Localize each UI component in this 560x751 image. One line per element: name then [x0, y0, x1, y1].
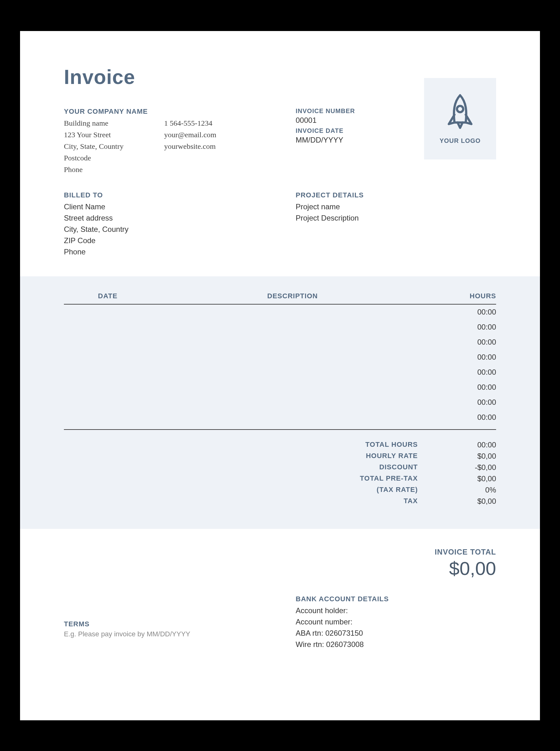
client-phone: Phone [64, 246, 264, 258]
project-name: Project name [296, 201, 496, 213]
bank-wire: Wire rtn: 026073008 [296, 639, 496, 650]
bank-number: Account number: [296, 616, 496, 628]
row-description [152, 308, 434, 316]
terms-text: E.g. Please pay invoice by MM/DD/YYYY [64, 630, 264, 638]
bank-details-block: BANK ACCOUNT DETAILS Account holder: Acc… [264, 595, 496, 650]
tax-label: TAX [64, 497, 434, 506]
row-description [152, 398, 434, 407]
table-row: 00:00 [64, 365, 496, 380]
client-city: City, State, Country [64, 224, 264, 235]
row-hours: 00:00 [434, 308, 496, 316]
row-description [152, 353, 434, 361]
company-contact-block: 1 564-555-1234 your@email.com yourwebsit… [164, 107, 264, 153]
bank-holder: Account holder: [296, 605, 496, 616]
company-phone: 1 564-555-1234 [164, 118, 264, 129]
client-street: Street address [64, 213, 264, 224]
table-row: 00:00 [64, 410, 496, 425]
company-email: your@email.com [164, 129, 264, 141]
table-row: 00:00 [64, 320, 496, 335]
hourly-rate-label: HOURLY RATE [64, 452, 434, 460]
col-date-header: DATE [64, 292, 152, 300]
table-row: 00:00 [64, 350, 496, 365]
table-row: 00:00 [64, 380, 496, 395]
tax-value: $0,00 [434, 497, 496, 506]
row-description [152, 383, 434, 392]
row-date [64, 383, 152, 392]
rocket-icon [444, 93, 476, 132]
row-date [64, 413, 152, 422]
invoice-date-label: INVOICE DATE [296, 127, 389, 134]
pretax-label: TOTAL PRE-TAX [64, 474, 434, 483]
invoice-total-block: INVOICE TOTAL $0,00 [64, 548, 496, 579]
invoice-number-label: INVOICE NUMBER [296, 107, 389, 115]
table-row: 00:00 [64, 335, 496, 350]
company-website: yourwebsite.com [164, 141, 264, 152]
table-row: 00:00 [64, 395, 496, 410]
row-hours: 00:00 [434, 323, 496, 332]
discount-value: -$0,00 [434, 463, 496, 472]
tax-rate-label: (TAX RATE) [64, 486, 434, 494]
logo-caption: YOUR LOGO [439, 137, 480, 144]
row-description [152, 413, 434, 422]
billed-to-block: BILLED TO Client Name Street address Cit… [64, 191, 264, 258]
hourly-rate-value: $0,00 [434, 452, 496, 460]
company-phone-label: Phone [64, 164, 164, 175]
company-street: 123 Your Street [64, 129, 164, 141]
terms-block: TERMS E.g. Please pay invoice by MM/DD/Y… [64, 595, 264, 650]
invoice-meta-block: INVOICE NUMBER 00001 INVOICE DATE MM/DD/… [264, 107, 389, 146]
total-hours-label: TOTAL HOURS [64, 440, 434, 449]
terms-label: TERMS [64, 620, 264, 628]
total-hours-value: 00:00 [434, 440, 496, 449]
row-date [64, 323, 152, 332]
invoice-sheet: Invoice YOUR COMPANY NAME Building name … [20, 31, 540, 720]
project-description: Project Description [296, 213, 496, 224]
company-address-block: YOUR COMPANY NAME Building name 123 Your… [64, 107, 164, 176]
line-items-section: DATE DESCRIPTION HOURS 00:0000:0000:0000… [20, 276, 540, 529]
client-zip: ZIP Code [64, 235, 264, 246]
row-hours: 00:00 [434, 353, 496, 361]
row-date [64, 398, 152, 407]
row-hours: 00:00 [434, 368, 496, 377]
col-hours-header: HOURS [434, 292, 496, 300]
svg-point-0 [457, 106, 463, 112]
row-hours: 00:00 [434, 338, 496, 347]
row-description [152, 368, 434, 377]
project-block: PROJECT DETAILS Project name Project Des… [264, 191, 496, 258]
row-date [64, 338, 152, 347]
row-hours: 00:00 [434, 413, 496, 422]
project-label: PROJECT DETAILS [296, 191, 496, 199]
company-building: Building name [64, 118, 164, 129]
row-date [64, 308, 152, 316]
company-city: City, State, Country [64, 141, 164, 152]
row-description [152, 338, 434, 347]
pretax-value: $0,00 [434, 474, 496, 483]
invoice-total-value: $0,00 [64, 558, 496, 579]
logo-placeholder: YOUR LOGO [424, 78, 496, 159]
bank-aba: ABA rtn: 026073150 [296, 628, 496, 639]
row-hours: 00:00 [434, 398, 496, 407]
row-date [64, 353, 152, 361]
invoice-number: 00001 [296, 115, 389, 126]
billed-to-label: BILLED TO [64, 191, 264, 199]
row-date [64, 368, 152, 377]
discount-label: DISCOUNT [64, 463, 434, 472]
row-description [152, 323, 434, 332]
invoice-date: MM/DD/YYYY [296, 134, 389, 146]
client-name: Client Name [64, 201, 264, 213]
company-postcode: Postcode [64, 152, 164, 164]
col-description-header: DESCRIPTION [152, 292, 434, 300]
row-hours: 00:00 [434, 383, 496, 392]
company-name-label: YOUR COMPANY NAME [64, 107, 164, 116]
table-row: 00:00 [64, 304, 496, 320]
invoice-total-label: INVOICE TOTAL [64, 548, 496, 556]
bank-label: BANK ACCOUNT DETAILS [296, 595, 496, 603]
tax-rate-value: 0% [434, 486, 496, 494]
